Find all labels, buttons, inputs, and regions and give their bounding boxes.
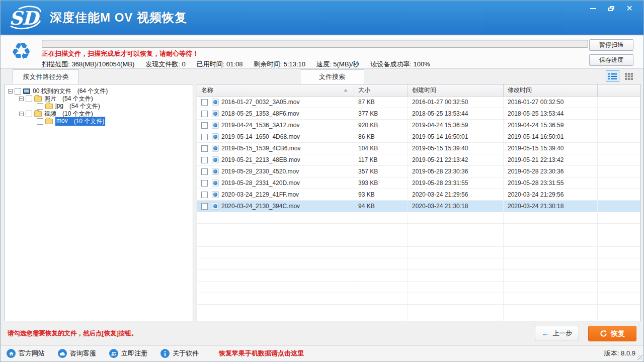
file-size: 357 KB [354, 166, 408, 177]
tree-item[interactable]: 00 找到的文件(64 个文件) [5, 87, 193, 95]
row-checkbox[interactable] [201, 99, 208, 106]
footer-link-register[interactable]: 立即注册 [109, 349, 147, 358]
file-modified: 2020-03-24 21:30:18 [504, 201, 598, 212]
back-arrow-icon: ← [542, 329, 549, 337]
restore-button[interactable] [602, 3, 620, 15]
table-row[interactable]: 2019-05-15_1539_4CB6.mov 104 KB 2019-05-… [197, 143, 640, 154]
file-size [354, 316, 408, 321]
file-size [354, 235, 408, 246]
tab-file-search[interactable]: 文件搜索 [300, 69, 364, 84]
app-logo-icon: S D [8, 6, 43, 30]
back-button[interactable]: ← 上一步 [535, 326, 579, 340]
file-modified [504, 212, 598, 223]
row-checkbox[interactable] [201, 157, 208, 163]
file-modified [504, 293, 598, 304]
row-checkbox[interactable] [201, 122, 208, 129]
row-checkbox[interactable] [201, 111, 208, 117]
recover-button[interactable]: 恢复 [588, 326, 636, 341]
file-created [408, 270, 504, 281]
file-created: 2020-03-24 21:29:56 [408, 189, 504, 200]
file-name: 2019-05-14_1650_4D68.mov [221, 133, 300, 140]
file-created: 2016-01-27 00:32:50 [408, 97, 504, 108]
tree-expander-icon[interactable] [19, 97, 24, 101]
tab-by-file-path[interactable]: 按文件路径分类 [13, 69, 79, 84]
row-checkbox[interactable] [201, 180, 208, 187]
grid-view-button[interactable] [622, 70, 635, 82]
file-modified [504, 316, 598, 321]
file-size [354, 293, 408, 304]
hint-row: 请勾选您需要恢复的文件，然后点[恢复]按钮。 ← 上一步 恢复 [1, 321, 643, 345]
file-size: 104 KB [354, 143, 408, 154]
sort-ascending-icon [344, 89, 348, 92]
tree-item[interactable]: 视频(10 个文件) [5, 110, 193, 118]
save-progress-button[interactable]: 保存进度 [589, 54, 633, 66]
row-checkbox[interactable] [201, 134, 208, 140]
tree-checkbox[interactable] [37, 118, 43, 125]
file-size [354, 282, 408, 293]
tree-expander-icon[interactable] [8, 89, 13, 94]
row-checkbox[interactable] [201, 192, 208, 198]
column-header-name[interactable]: 名称 [197, 84, 354, 96]
close-icon: ✕ [626, 5, 632, 13]
column-header-size[interactable]: 大小 [354, 84, 408, 96]
file-modified: 2019-05-14 16:50:01 [504, 131, 598, 142]
tree-item[interactable]: jpg(54 个文件) [5, 103, 193, 110]
footer-link-home[interactable]: 官方网站 [7, 349, 45, 358]
row-checkbox[interactable] [201, 168, 208, 175]
file-modified [504, 282, 598, 293]
scan-stat: 扫描范围: 368(MB)/106054(MB) [42, 60, 134, 69]
file-size: 86 KB [354, 131, 408, 142]
footer-link-about[interactable]: 关于软件 [160, 349, 199, 358]
folder-icon [45, 119, 53, 124]
folder-tree: 00 找到的文件(64 个文件) 照片(54 个文件) jpg(54 个文件) … [5, 84, 193, 321]
mov-file-icon [212, 168, 219, 175]
table-row[interactable]: 2016-01-27_0032_3A05.mov 87 KB 2016-01-2… [197, 97, 640, 108]
file-created [408, 293, 504, 304]
tree-checkbox[interactable] [37, 103, 43, 110]
table-row[interactable]: 2019-05-28_2330_4520.mov 357 KB 2019-05-… [197, 166, 640, 177]
tree-checkbox[interactable] [26, 96, 32, 102]
row-checkbox[interactable] [201, 203, 208, 210]
file-modified [504, 224, 598, 235]
tree-checkbox[interactable] [15, 88, 21, 95]
column-header-modified[interactable]: 修改时间 [504, 84, 598, 96]
close-button[interactable]: ✕ [620, 3, 638, 15]
apple-recovery-link[interactable]: 恢复苹果手机数据请点击这里 [219, 349, 304, 358]
file-modified [504, 247, 598, 258]
folder-icon [34, 111, 42, 117]
register-icon [109, 349, 118, 358]
row-checkbox[interactable] [201, 145, 208, 152]
tree-checkbox[interactable] [26, 111, 32, 117]
file-modified: 2018-05-25 13:53:44 [504, 108, 598, 119]
table-row[interactable]: 2019-04-24_1536_3A12.mov 920 KB 2019-04-… [197, 120, 640, 131]
file-created [408, 282, 504, 293]
file-created [408, 212, 504, 223]
table-row[interactable]: 2019-05-28_2331_420D.mov 393 KB 2019-05-… [197, 177, 640, 189]
file-size: 87 KB [354, 97, 408, 108]
footer-link-service[interactable]: 咨询客服 [58, 349, 96, 358]
table-row[interactable]: 2020-03-24_2129_41FF.mov 93 KB 2020-03-2… [197, 189, 640, 201]
table-row[interactable]: 2020-03-24_2130_394C.mov 94 KB 2020-03-2… [197, 201, 640, 212]
tree-item[interactable]: mov(10 个文件) [5, 118, 193, 125]
minimize-button[interactable] [584, 3, 602, 15]
folder-icon [34, 96, 42, 102]
mov-file-icon [212, 203, 219, 210]
minimize-icon [590, 8, 596, 9]
file-name: 2019-05-21_2213_48EB.mov [221, 156, 300, 163]
table-row[interactable]: 2018-05-25_1353_48F6.mov 377 KB 2018-05-… [197, 108, 640, 120]
file-created [408, 316, 504, 321]
column-header-created[interactable]: 创建时间 [408, 84, 504, 96]
pause-scan-button[interactable]: 暂停扫描 [589, 39, 633, 51]
tree-expander-icon[interactable] [19, 112, 24, 116]
mov-file-icon [212, 122, 219, 129]
table-row[interactable]: 2019-05-14_1650_4D68.mov 86 KB 2019-05-1… [197, 131, 640, 143]
file-created [408, 258, 504, 269]
file-size: 94 KB [354, 201, 408, 212]
resize-grip[interactable] [637, 355, 642, 360]
folder-icon [45, 104, 53, 109]
scan-stat: 剩余时间: 5:13:10 [254, 60, 305, 69]
table-row[interactable]: 2019-05-21_2213_48EB.mov 117 KB 2019-05-… [197, 154, 640, 166]
file-name: 2019-05-28_2331_420D.mov [221, 179, 300, 187]
tree-item[interactable]: 照片(54 个文件) [5, 95, 193, 103]
list-view-button[interactable] [606, 70, 619, 82]
